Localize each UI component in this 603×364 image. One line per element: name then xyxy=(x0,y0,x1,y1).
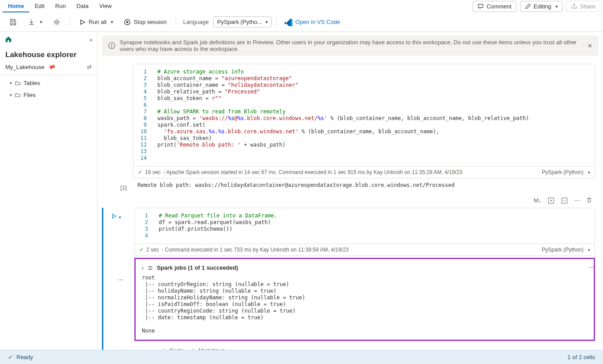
folder-icon xyxy=(15,92,21,98)
cell-add-above-button[interactable] xyxy=(558,195,571,206)
tables-label: Tables xyxy=(23,80,40,86)
comment-icon xyxy=(478,3,484,9)
chevron-right-icon[interactable]: › xyxy=(142,265,144,271)
comment-label: Comment xyxy=(486,3,511,10)
open-vs-code-button[interactable]: Open in VS Code xyxy=(281,18,344,26)
vscode-icon xyxy=(285,18,293,26)
line-numbers: 1234567891011121314 xyxy=(133,64,151,166)
status-text: - Command executed in 1 sec 733 ms by Ka… xyxy=(162,247,349,253)
folder-icon xyxy=(15,80,21,86)
lakehouse-name: My_Lakehouse xyxy=(5,64,44,70)
markdown-toggle-button[interactable]: M↓ xyxy=(531,195,544,206)
svg-rect-3 xyxy=(8,40,9,43)
settings-button[interactable] xyxy=(48,15,65,29)
delete-cell-button[interactable] xyxy=(583,195,595,206)
sidebar-title: Lakehouse explorer xyxy=(0,47,97,61)
status-bar: ✓ Ready 1 of 2 cells xyxy=(0,350,603,364)
share-button[interactable]: Share xyxy=(566,1,600,12)
schema-output: root |-- countryOrRegion: string (nullab… xyxy=(142,275,587,334)
svg-point-5 xyxy=(111,44,112,45)
notebook-content: Synapse notebooks and Spark job definiti… xyxy=(98,32,603,350)
menu-tab-run[interactable]: Run xyxy=(50,0,71,12)
editing-button[interactable]: Editing ▾ xyxy=(520,1,563,12)
status-text: - Apache Spark session started in 14 sec… xyxy=(163,169,462,175)
code-editor[interactable]: 1234 # Read Parquet file into a DataFram… xyxy=(134,208,595,244)
lakehouse-icon xyxy=(4,35,12,43)
code-editor[interactable]: 1234567891011121314 # Azure storage acce… xyxy=(133,64,595,167)
line-numbers: 1234 xyxy=(135,208,153,244)
vs-code-label: Open in VS Code xyxy=(295,19,340,25)
run-all-button[interactable]: Run all ▾ xyxy=(74,16,117,28)
chevron-down-icon: ▾ xyxy=(10,93,12,97)
sidebar: « Lakehouse explorer My_Lakehouse 📌 ⇄ ▾ … xyxy=(0,32,98,350)
save-button[interactable] xyxy=(4,15,21,29)
cell-index: [1] xyxy=(121,184,127,191)
kernel-label: PySpark (Python) xyxy=(542,247,583,253)
language-value: PySpark (Pytho... xyxy=(217,19,262,25)
status-time: 2 sec xyxy=(146,247,159,253)
menu-bar: Home Edit Run Data View Comment Editing … xyxy=(0,0,603,12)
editing-label: Editing xyxy=(534,3,552,10)
svg-rect-6 xyxy=(111,45,112,47)
spark-jobs-header: Spark jobs (1 of 1 succeeded) xyxy=(157,264,239,271)
cell-toolbar: M↓ ⋯ xyxy=(102,194,595,208)
language-label: Language xyxy=(180,19,211,25)
cell-2: ▾ [2] 1234 # Read Parquet file into a Da… xyxy=(102,208,595,350)
close-banner-button[interactable]: ✕ xyxy=(587,43,592,49)
share-label: Share xyxy=(580,3,595,10)
lakehouse-item[interactable]: My_Lakehouse 📌 ⇄ xyxy=(0,61,97,75)
code-text[interactable]: # Azure storage access info blob_account… xyxy=(151,64,595,166)
banner-text: Synapse notebooks and Spark job definiti… xyxy=(120,39,583,52)
add-markdown-cell-button[interactable]: ＋Markdown xyxy=(190,346,225,350)
run-cell-chevron[interactable]: ▾ xyxy=(119,213,121,220)
swap-icon[interactable]: ⇄ xyxy=(87,64,92,70)
status-ready: Ready xyxy=(16,354,33,360)
files-tree-item[interactable]: ▾ Files xyxy=(0,89,97,101)
toolbar: ▾ Run all ▾ Stop session Language PySpar… xyxy=(0,12,603,32)
chevron-down-icon[interactable]: ▾ xyxy=(588,248,590,252)
tables-tree-item[interactable]: ▾ Tables xyxy=(0,77,97,89)
cell-1: [1] 1234567891011121314 # Azure storage … xyxy=(102,64,595,192)
cell-status: ✓ 2 sec - Command executed in 1 sec 733 … xyxy=(134,244,595,256)
status-time: 16 sec xyxy=(145,169,161,175)
divider xyxy=(176,17,176,27)
svg-rect-2 xyxy=(126,21,128,23)
add-code-cell-button[interactable]: ＋Code xyxy=(161,346,183,350)
chevron-down-icon[interactable]: ▾ xyxy=(588,170,590,175)
files-label: Files xyxy=(23,92,35,98)
kernel-label: PySpark (Python) xyxy=(542,169,583,175)
comment-button[interactable]: Comment xyxy=(473,1,516,12)
cell-add-below-button[interactable] xyxy=(545,195,557,206)
run-cell-button[interactable] xyxy=(111,213,117,220)
language-select[interactable]: PySpark (Pytho... ▾ xyxy=(213,16,272,27)
stop-label: Stop session xyxy=(133,19,166,25)
chevron-down-icon: ▾ xyxy=(10,81,12,85)
cell-output: Remote blob path: wasbs://holidaydatacon… xyxy=(133,178,595,192)
svg-point-0 xyxy=(55,21,58,23)
menu-tab-edit[interactable]: Edit xyxy=(29,0,50,12)
menu-tab-data[interactable]: Data xyxy=(71,0,94,12)
share-icon xyxy=(571,3,577,9)
more-button[interactable]: ⋯ xyxy=(572,195,583,206)
stop-session-button[interactable]: Stop session xyxy=(119,16,171,28)
menu-tab-home[interactable]: Home xyxy=(3,0,29,12)
divider xyxy=(70,17,70,27)
add-markdown-label: Markdown xyxy=(199,347,225,350)
pin-icon[interactable]: 📌 xyxy=(47,62,56,72)
download-button[interactable]: ▾ xyxy=(23,15,47,29)
cell-counter: 1 of 2 cells xyxy=(568,354,595,360)
check-icon: ✓ xyxy=(138,169,142,175)
output-collapse-button[interactable]: ⋯ xyxy=(117,276,124,283)
collapse-sidebar-button[interactable]: « xyxy=(90,36,93,43)
chevron-down-icon: ▾ xyxy=(266,19,268,24)
menu-tab-view[interactable]: View xyxy=(94,0,117,12)
add-code-label: Code xyxy=(169,347,183,350)
code-text[interactable]: # Read Parquet file into a DataFrame. df… xyxy=(153,208,595,244)
chevron-down-icon: ▾ xyxy=(556,4,558,9)
output-more-button[interactable]: ⋯ xyxy=(588,264,595,271)
list-icon xyxy=(147,265,153,271)
spark-output-panel: › Spark jobs (1 of 1 succeeded) root |--… xyxy=(134,258,595,341)
run-all-label: Run all xyxy=(89,19,106,25)
status-check-icon: ✓ xyxy=(8,354,13,360)
preview-banner: Synapse notebooks and Spark job definiti… xyxy=(102,35,599,56)
